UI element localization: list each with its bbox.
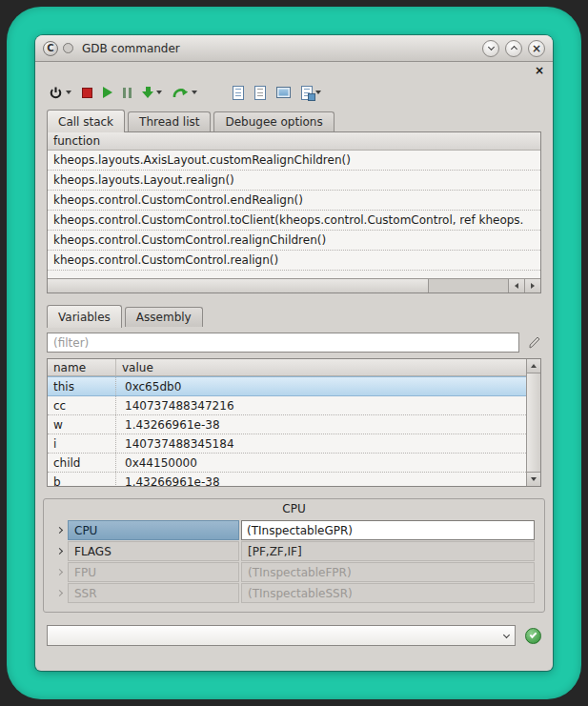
callstack-frame-row[interactable]: kheops.control.CustomControl.toClient(kh… bbox=[48, 211, 540, 231]
fpu-row-value[interactable]: (TInspectableFPR) bbox=[241, 562, 535, 582]
pause-icon bbox=[123, 88, 132, 98]
dropdown-arrow-icon[interactable] bbox=[156, 91, 162, 94]
fpu-row[interactable]: FPU (TInspectableFPR) bbox=[53, 562, 535, 582]
variable-row[interactable]: i 140737488345184 bbox=[48, 434, 526, 454]
expand-chevron-icon[interactable] bbox=[53, 583, 66, 603]
pause-button[interactable] bbox=[123, 88, 132, 98]
variable-row[interactable]: child 0x44150000 bbox=[48, 454, 526, 473]
chevron-up-icon bbox=[510, 46, 517, 52]
scrollbar-thumb[interactable] bbox=[527, 373, 540, 472]
callstack-column-header[interactable]: function bbox=[48, 132, 540, 151]
triangle-down-icon bbox=[531, 477, 537, 481]
stop-icon bbox=[82, 88, 92, 98]
dropdown-arrow-icon[interactable] bbox=[192, 91, 197, 94]
combo-dropdown-button[interactable] bbox=[497, 635, 515, 637]
gdb-commander-window: C GDB commander × × bbox=[35, 35, 553, 671]
variables-table: name value this 0xc65db0 cc 140737488347… bbox=[48, 359, 526, 486]
tab-debugee-options[interactable]: Debugee options bbox=[213, 111, 334, 131]
expand-chevron-icon[interactable] bbox=[53, 562, 66, 582]
scrollbar-track[interactable] bbox=[429, 279, 508, 292]
flags-row-name[interactable]: FLAGS bbox=[68, 541, 239, 561]
step-over-button[interactable] bbox=[172, 87, 197, 99]
command-row bbox=[47, 625, 541, 646]
minimize-button[interactable] bbox=[482, 40, 499, 57]
dock-close-button[interactable]: × bbox=[535, 65, 544, 76]
filter-row bbox=[47, 333, 541, 353]
variable-name: this bbox=[48, 377, 116, 395]
maximize-button[interactable] bbox=[505, 40, 522, 57]
step-into-button[interactable] bbox=[142, 87, 162, 98]
callstack-frame-row[interactable]: kheops.control.CustomControl.endRealign(… bbox=[48, 191, 540, 211]
cpu-row-value-editor[interactable] bbox=[241, 520, 535, 540]
flags-row-value[interactable]: [PF,ZF,IF] bbox=[241, 541, 535, 561]
cpu-row[interactable]: CPU bbox=[53, 520, 535, 540]
expand-chevron-icon[interactable] bbox=[53, 541, 66, 561]
cpu-groupbox: CPU CPU FLAGS [PF,ZF,IF] FPU (TInspectab… bbox=[43, 498, 545, 613]
filter-menu-icon[interactable] bbox=[527, 335, 541, 350]
tab-variables[interactable]: Variables bbox=[47, 305, 122, 328]
debug-toolbar bbox=[35, 78, 553, 107]
window-frame: C GDB commander × × bbox=[7, 7, 581, 699]
triangle-up-icon bbox=[531, 364, 537, 368]
tools-button[interactable] bbox=[301, 86, 321, 100]
ssr-row-name[interactable]: SSR bbox=[68, 583, 239, 603]
column-header-name[interactable]: name bbox=[48, 359, 116, 375]
dock-header: × bbox=[35, 62, 553, 78]
variable-value: 1.43266961e-38 bbox=[116, 415, 526, 434]
scroll-up-button[interactable] bbox=[527, 359, 540, 373]
tab-assembly[interactable]: Assembly bbox=[125, 307, 203, 327]
vertical-scrollbar[interactable] bbox=[526, 359, 540, 486]
callstack-list: kheops.layouts.AxisLayout.customRealignC… bbox=[48, 151, 540, 278]
column-header-value[interactable]: value bbox=[116, 359, 526, 375]
variable-row[interactable]: cc 140737488347216 bbox=[48, 396, 526, 415]
variable-name: cc bbox=[48, 396, 116, 414]
scroll-down-button[interactable] bbox=[527, 472, 540, 486]
tab-call-stack[interactable]: Call stack bbox=[47, 110, 125, 132]
ssr-row-value[interactable]: (TInspectableSSR) bbox=[241, 583, 535, 603]
callstack-frame-row[interactable]: kheops.layouts.AxisLayout.customRealignC… bbox=[48, 151, 540, 171]
variables-panel: name value this 0xc65db0 cc 140737488347… bbox=[47, 358, 541, 487]
tab-label: Assembly bbox=[136, 311, 192, 324]
command-input[interactable] bbox=[48, 629, 497, 642]
tab-thread-list[interactable]: Thread list bbox=[128, 111, 211, 131]
callstack-frame-row[interactable]: kheops.control.CustomControl.realignChil… bbox=[48, 231, 540, 251]
variables-header-row: name value bbox=[48, 359, 526, 376]
stop-button[interactable] bbox=[82, 88, 92, 98]
ssr-row[interactable]: SSR (TInspectableSSR) bbox=[53, 583, 535, 603]
close-button[interactable]: × bbox=[528, 40, 545, 57]
debug-tabbar: Call stack Thread list Debugee options bbox=[47, 110, 541, 131]
command-combobox[interactable] bbox=[47, 625, 516, 646]
variable-row[interactable]: b 1.43266961e-38 bbox=[48, 473, 526, 486]
fpu-row-name[interactable]: FPU bbox=[68, 562, 239, 582]
scroll-right-button[interactable] bbox=[524, 279, 540, 292]
variable-value: 0xc65db0 bbox=[116, 377, 526, 395]
titlebar[interactable]: C GDB commander × bbox=[35, 35, 553, 62]
power-button[interactable] bbox=[49, 86, 71, 100]
show-log-button[interactable] bbox=[233, 86, 244, 100]
expand-chevron-icon[interactable] bbox=[53, 520, 66, 540]
variable-value: 140737488345184 bbox=[116, 434, 526, 453]
document-badge-icon bbox=[301, 86, 313, 100]
show-list-button[interactable] bbox=[254, 86, 266, 100]
dropdown-arrow-icon[interactable] bbox=[315, 91, 321, 94]
callstack-frame-row[interactable]: kheops.layouts.Layout.realign() bbox=[48, 171, 540, 191]
callstack-frame-row[interactable]: kheops.control.CustomControl.realign() bbox=[48, 251, 540, 271]
variable-value: 140737488347216 bbox=[116, 396, 526, 414]
scroll-left-button[interactable] bbox=[508, 279, 524, 292]
show-output-button[interactable] bbox=[276, 87, 291, 98]
variable-row[interactable]: w 1.43266961e-38 bbox=[48, 415, 526, 434]
horizontal-scrollbar[interactable] bbox=[48, 278, 540, 292]
cpu-row-name[interactable]: CPU bbox=[68, 520, 239, 540]
dropdown-arrow-icon[interactable] bbox=[66, 91, 71, 94]
confirm-button[interactable] bbox=[525, 628, 541, 644]
callstack-panel: function kheops.layouts.AxisLayout.custo… bbox=[47, 131, 541, 293]
variable-name: w bbox=[48, 415, 116, 434]
scrollbar-thumb[interactable] bbox=[48, 279, 429, 292]
play-icon bbox=[103, 87, 112, 98]
tab-label: Call stack bbox=[58, 115, 113, 129]
flags-row[interactable]: FLAGS [PF,ZF,IF] bbox=[53, 541, 535, 561]
filter-input[interactable] bbox=[47, 333, 519, 353]
app-icon[interactable]: C bbox=[43, 41, 58, 56]
variable-row[interactable]: this 0xc65db0 bbox=[48, 376, 526, 396]
run-button[interactable] bbox=[103, 87, 112, 98]
